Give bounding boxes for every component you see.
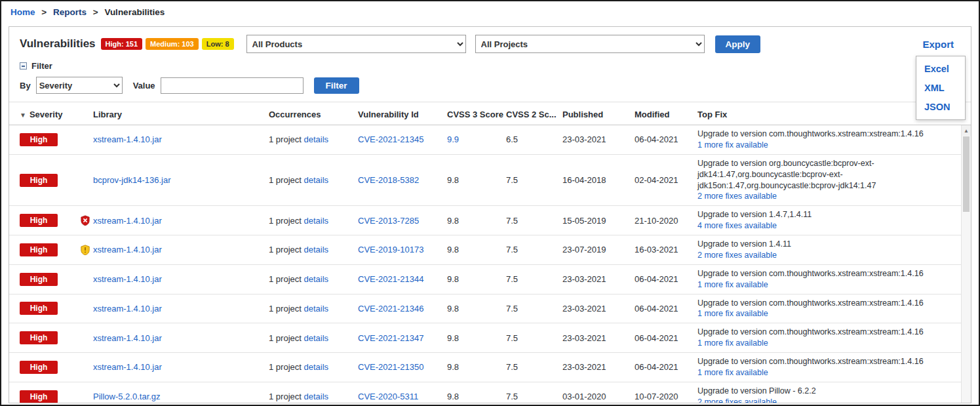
col-vulnerability-id[interactable]: Vulnerability Id: [358, 110, 447, 119]
breadcrumb-home-link[interactable]: Home: [10, 7, 35, 17]
details-link[interactable]: details: [304, 245, 329, 254]
scroll-up-icon[interactable]: ▲: [962, 125, 971, 136]
modified-date: 02-04-2021: [635, 175, 697, 185]
export-xml-option[interactable]: XML: [924, 83, 957, 93]
occurrences-text: 1 project: [269, 333, 302, 343]
col-cvss3-score[interactable]: CVSS 3 Score: [447, 110, 506, 119]
col-cvss2-score[interactable]: CVSS 2 Sc...: [506, 110, 562, 119]
export-excel-option[interactable]: Excel: [924, 64, 957, 74]
filter-by-select[interactable]: Severity: [36, 77, 123, 94]
details-link[interactable]: details: [304, 175, 329, 185]
published-date: 16-04-2018: [562, 175, 635, 185]
cvss3-score-value: 9.8: [447, 216, 506, 226]
modified-date: 06-04-2021: [635, 304, 697, 314]
severity-badge: High: [20, 273, 58, 286]
table-row: High xstream-1.4.10.jar 1 project detail…: [9, 235, 971, 265]
col-library[interactable]: Library: [93, 110, 269, 119]
red-shield-icon: [80, 215, 90, 226]
filter-value-input[interactable]: [161, 77, 304, 94]
more-fixes-link[interactable]: 1 more fix available: [697, 140, 768, 150]
details-link[interactable]: details: [304, 134, 329, 144]
vulnerability-id-link[interactable]: CVE-2021-21350: [358, 362, 423, 372]
details-link[interactable]: details: [304, 333, 329, 343]
top-fix-text: Upgrade to version Pillow - 6.2.2: [697, 386, 966, 397]
library-link[interactable]: xstream-1.4.10.jar: [93, 333, 162, 343]
severity-badge: High: [20, 133, 58, 146]
severity-badge: High: [20, 390, 58, 403]
published-date: 23-03-2021: [562, 274, 635, 284]
library-link[interactable]: xstream-1.4.10.jar: [93, 216, 162, 226]
filter-value-label: Value: [133, 81, 155, 91]
more-fixes-link[interactable]: 1 more fix available: [697, 309, 768, 318]
modified-date: 10-07-2020: [635, 392, 697, 401]
severity-badge: High: [20, 302, 58, 315]
sort-desc-icon[interactable]: ▼: [20, 112, 26, 119]
top-fix-text: Upgrade to version 1.4.11: [697, 239, 966, 250]
published-date: 23-03-2021: [562, 362, 635, 372]
breadcrumb-reports-link[interactable]: Reports: [53, 7, 87, 17]
projects-select[interactable]: All Projects: [475, 35, 705, 53]
details-link[interactable]: details: [304, 392, 329, 401]
collapse-filter-icon[interactable]: [20, 62, 27, 70]
filter-section: Filter By Severity Value Filter: [9, 60, 971, 102]
more-fixes-link[interactable]: 1 more fix available: [697, 280, 768, 289]
col-severity[interactable]: ▼Severity: [20, 110, 93, 119]
library-link[interactable]: xstream-1.4.10.jar: [93, 134, 162, 144]
vulnerability-id-link[interactable]: CVE-2018-5382: [358, 175, 419, 185]
table-header: ▼Severity Library Occurrences Vulnerabil…: [9, 102, 971, 125]
col-modified[interactable]: Modified: [635, 110, 697, 119]
more-fixes-link[interactable]: 1 more fix available: [697, 338, 768, 348]
breadcrumb-separator: >: [93, 7, 98, 17]
top-fix-text: Upgrade to version com.thoughtworks.xstr…: [697, 298, 966, 309]
severity-badge: High: [20, 331, 58, 344]
modified-date: 06-04-2021: [635, 134, 697, 144]
export-link[interactable]: Export: [922, 39, 954, 50]
more-fixes-link[interactable]: 1 more fix available: [697, 368, 768, 377]
products-select[interactable]: All Products: [246, 35, 466, 53]
library-link[interactable]: xstream-1.4.10.jar: [93, 362, 162, 372]
breadcrumb: Home > Reports > Vulnerabilities: [1, 1, 979, 22]
vulnerability-id-link[interactable]: CVE-2020-5311: [358, 392, 418, 401]
apply-button[interactable]: Apply: [715, 35, 761, 53]
cvss2-score-value: 6.5: [506, 134, 562, 144]
occurrences-text: 1 project: [269, 245, 302, 254]
vulnerabilities-panel: Vulnerabilities High: 151 Medium: 103 Lo…: [9, 26, 971, 403]
occurrences-text: 1 project: [269, 304, 302, 314]
top-fix-text: Upgrade to version 1.4.7,1.4.11: [697, 209, 966, 220]
vulnerability-id-link[interactable]: CVE-2013-7285: [358, 216, 419, 226]
yellow-shield-icon: [80, 245, 90, 255]
cvss3-score-value: 9.8: [447, 245, 506, 254]
more-fixes-link[interactable]: 4 more fixes available: [697, 221, 777, 230]
low-count-badge: Low: 8: [202, 38, 234, 50]
export-json-option[interactable]: JSON: [924, 102, 957, 112]
vulnerability-id-link[interactable]: CVE-2021-21344: [358, 274, 423, 284]
details-link[interactable]: details: [304, 362, 329, 372]
vulnerability-id-link[interactable]: CVE-2021-21347: [358, 333, 423, 343]
more-fixes-link[interactable]: 2 more fixes available: [697, 251, 777, 260]
details-link[interactable]: details: [304, 304, 329, 314]
details-link[interactable]: details: [304, 274, 329, 284]
library-link[interactable]: bcprov-jdk14-136.jar: [93, 175, 171, 185]
more-fixes-link[interactable]: 2 more fixes available: [697, 192, 777, 201]
vulnerability-id-link[interactable]: CVE-2019-10173: [358, 245, 423, 254]
scroll-thumb[interactable]: [963, 136, 970, 212]
cvss3-score-value: 9.8: [447, 333, 506, 343]
library-link[interactable]: xstream-1.4.10.jar: [93, 245, 162, 254]
cvss2-score-value: 7.5: [506, 175, 562, 185]
export-menu: Excel XML JSON: [916, 56, 966, 120]
library-link[interactable]: xstream-1.4.10.jar: [93, 304, 162, 314]
cvss3-score-value: 9.8: [447, 175, 506, 185]
library-link[interactable]: Pillow-5.2.0.tar.gz: [93, 392, 161, 401]
col-published[interactable]: Published: [562, 110, 635, 119]
cvss2-score-value: 7.5: [506, 245, 562, 254]
more-fixes-link[interactable]: 2 more fixes available: [697, 397, 777, 403]
library-link[interactable]: xstream-1.4.10.jar: [93, 274, 162, 284]
col-occurrences[interactable]: Occurrences: [269, 110, 358, 119]
vulnerability-id-link[interactable]: CVE-2021-21345: [358, 134, 423, 144]
table-scrollbar[interactable]: ▲: [961, 125, 971, 403]
details-link[interactable]: details: [304, 216, 329, 226]
vulnerability-id-link[interactable]: CVE-2021-21346: [358, 304, 423, 314]
cvss3-score-value: 9.8: [447, 362, 506, 372]
filter-button[interactable]: Filter: [314, 77, 359, 94]
published-date: 23-03-2021: [562, 134, 635, 144]
